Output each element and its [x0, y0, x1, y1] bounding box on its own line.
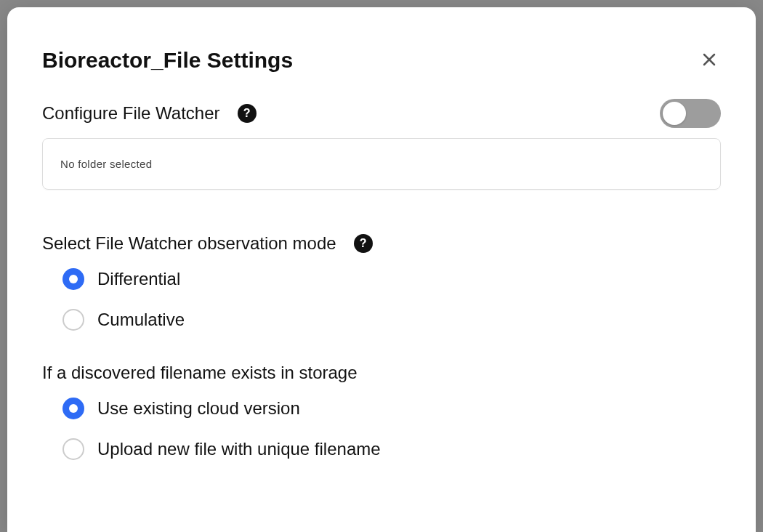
- help-icon[interactable]: ?: [354, 234, 373, 253]
- duplicate-handling-label: If a discovered filename exists in stora…: [42, 363, 721, 383]
- radio-differential[interactable]: Differential: [62, 268, 721, 290]
- observation-mode-header: Select File Watcher observation mode ?: [42, 233, 721, 254]
- radio-label-differential: Differential: [97, 269, 180, 289]
- radio-use-existing[interactable]: Use existing cloud version: [62, 398, 721, 419]
- file-watcher-label: Configure File Watcher: [42, 103, 220, 124]
- radio-cumulative[interactable]: Cumulative: [62, 309, 721, 331]
- modal-title: Bioreactor_File Settings: [42, 48, 293, 73]
- radio-upload-new[interactable]: Upload new file with unique filename: [62, 438, 721, 460]
- observation-mode-radio-group: Differential Cumulative: [42, 268, 721, 331]
- radio-input-use-existing: [62, 398, 84, 419]
- folder-status-text: No folder selected: [60, 158, 152, 170]
- observation-mode-label: Select File Watcher observation mode: [42, 233, 336, 254]
- toggle-thumb: [663, 102, 686, 125]
- settings-modal: Bioreactor_File Settings Configure File …: [7, 7, 756, 532]
- radio-input-upload-new: [62, 438, 84, 460]
- radio-input-cumulative: [62, 309, 84, 331]
- file-watcher-toggle[interactable]: [660, 99, 721, 128]
- radio-input-differential: [62, 268, 84, 290]
- close-button[interactable]: [698, 48, 721, 71]
- duplicate-handling-radio-group: Use existing cloud version Upload new fi…: [42, 398, 721, 460]
- observation-mode-section: Select File Watcher observation mode ? D…: [42, 233, 721, 331]
- modal-header: Bioreactor_File Settings: [42, 48, 721, 73]
- radio-label-cumulative: Cumulative: [97, 310, 185, 330]
- duplicate-handling-section: If a discovered filename exists in stora…: [42, 363, 721, 460]
- help-icon[interactable]: ?: [238, 104, 257, 123]
- file-watcher-label-group: Configure File Watcher ?: [42, 103, 257, 124]
- file-watcher-row: Configure File Watcher ?: [42, 99, 721, 128]
- radio-label-use-existing: Use existing cloud version: [97, 398, 300, 419]
- folder-status-box[interactable]: No folder selected: [42, 138, 721, 190]
- radio-label-upload-new: Upload new file with unique filename: [97, 439, 381, 459]
- close-icon: [701, 51, 718, 68]
